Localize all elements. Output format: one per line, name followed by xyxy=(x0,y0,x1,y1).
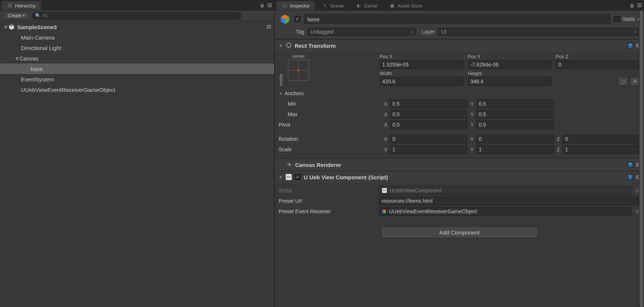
csharp-script-icon: C# xyxy=(382,188,387,193)
panel-menu-icon[interactable] xyxy=(267,3,272,7)
fold-icon[interactable]: ▼ xyxy=(14,55,19,62)
help-icon[interactable]: ? xyxy=(627,174,633,180)
layer-label: Layer xyxy=(422,29,435,35)
static-checkbox[interactable] xyxy=(614,16,620,22)
pos-x-label: Pos X xyxy=(380,54,464,59)
pivot-x-input[interactable] xyxy=(390,120,467,129)
height-input[interactable] xyxy=(468,77,552,86)
anchor-min-x-input[interactable] xyxy=(390,99,467,108)
scene-row[interactable]: ▼ SampleScene3 xyxy=(0,22,274,32)
blueprint-mode-button[interactable]: ▢ xyxy=(618,77,628,86)
component-enabled-checkbox[interactable] xyxy=(295,174,301,180)
scale-z-input[interactable] xyxy=(562,145,640,154)
tab-label: Game xyxy=(364,3,377,9)
anchor-preset-button[interactable] xyxy=(288,60,309,81)
anchor-min-label: Min xyxy=(279,101,368,107)
rect-transform-icon xyxy=(286,42,292,49)
gameobject-icon xyxy=(381,209,387,214)
svg-rect-5 xyxy=(287,43,291,47)
tab-asset-store[interactable]: ▣Asset Store xyxy=(384,1,428,10)
rot-x-input[interactable] xyxy=(390,134,467,143)
component-title: U Ueb View Component (Script) xyxy=(304,174,388,180)
rect-transform-component: ▼ Rect Transform ? middle center xyxy=(275,39,644,158)
help-icon[interactable]: ? xyxy=(627,162,633,168)
create-button[interactable]: Create ▾ xyxy=(4,12,29,19)
hierarchy-item[interactable]: ▼Canvas xyxy=(0,53,274,63)
csharp-script-icon: C# xyxy=(286,174,292,180)
inspector-panel: ⓘInspector#Scene◐Game▣Asset Store Static… xyxy=(275,0,644,307)
hierarchy-search-input[interactable] xyxy=(42,13,238,18)
panel-menu-icon[interactable] xyxy=(637,3,642,7)
create-label: Create xyxy=(8,13,21,18)
inspector-header: Static ▾ Tag Untagged ▾ Layer UI ▾ xyxy=(275,10,644,39)
pos-x-input[interactable] xyxy=(380,60,464,69)
hierarchy-search[interactable]: 🔍 xyxy=(32,12,241,19)
layer-dropdown[interactable]: UI ▾ xyxy=(438,28,640,36)
hierarchy-item-label: base xyxy=(31,66,43,72)
anchor-v-label: middle xyxy=(279,54,283,86)
object-name-input[interactable] xyxy=(304,14,610,24)
chevron-down-icon: ▾ xyxy=(23,13,25,18)
tab-game[interactable]: ◐Game xyxy=(350,1,382,10)
preset-receiver-field[interactable]: UUebViewEventReceiverGameObject xyxy=(379,207,631,216)
rot-z-input[interactable] xyxy=(562,134,640,143)
canvas-renderer-component: Canvas Renderer ? xyxy=(275,158,644,171)
script-label: Script xyxy=(279,187,376,193)
tag-value: Untagged xyxy=(311,29,334,35)
anchor-max-y-input[interactable] xyxy=(476,110,554,119)
scene-name: SampleScene3 xyxy=(17,24,57,30)
scale-x-input[interactable] xyxy=(390,145,467,154)
tab-inspector[interactable]: ⓘInspector xyxy=(276,1,315,10)
inspector-tab-bar: ⓘInspector#Scene◐Game▣Asset Store xyxy=(275,0,644,10)
anchor-max-x-input[interactable] xyxy=(390,110,467,119)
hierarchy-item-label: UUebViewEventReceiverGameObject xyxy=(21,87,115,93)
lock-icon[interactable] xyxy=(259,2,265,8)
rot-y-input[interactable] xyxy=(476,134,554,143)
tab-label: Scene xyxy=(330,3,344,9)
hierarchy-item[interactable]: base xyxy=(0,63,274,74)
hierarchy-item[interactable]: Directional Light xyxy=(0,43,274,53)
hierarchy-item[interactable]: UUebViewEventReceiverGameObject xyxy=(0,84,274,95)
preset-url-label: Preset Url xyxy=(279,198,376,204)
scrollbar-thumb[interactable] xyxy=(640,10,643,307)
fold-icon[interactable]: ▼ xyxy=(3,24,8,30)
tab-label: Asset Store xyxy=(398,3,423,9)
pivot-label: Pivot xyxy=(279,122,368,128)
pivot-y-input[interactable] xyxy=(476,120,554,129)
width-input[interactable] xyxy=(380,77,464,86)
hierarchy-item-label: Directional Light xyxy=(21,45,61,51)
hierarchy-item[interactable]: Main Camera xyxy=(0,32,274,43)
hierarchy-item-label: Canvas xyxy=(19,55,39,62)
hierarchy-tab[interactable]: ☰ Hierarchy xyxy=(1,1,41,10)
script-value: UUebViewComponent xyxy=(390,187,441,193)
anchor-min-y-input[interactable] xyxy=(476,99,554,108)
component-title: Canvas Renderer xyxy=(295,162,341,168)
hierarchy-item[interactable]: EventSystem xyxy=(0,74,274,84)
hierarchy-tree: ▼ SampleScene3 Main CameraDirectional Li… xyxy=(0,21,274,307)
anchors-label: Anchors xyxy=(285,90,304,96)
inspector-scrollbar[interactable] xyxy=(639,10,644,307)
rotation-label: Rotation xyxy=(279,136,368,142)
gameobject-icon[interactable] xyxy=(279,13,291,25)
scene-menu-icon[interactable] xyxy=(267,25,271,29)
fold-icon[interactable]: ▼ xyxy=(279,43,283,48)
fold-icon[interactable]: ▼ xyxy=(279,175,283,179)
preset-url-field[interactable] xyxy=(379,196,640,205)
info-icon: ⓘ xyxy=(282,3,288,9)
hierarchy-toolbar: Create ▾ 🔍 xyxy=(0,10,274,21)
pos-y-input[interactable] xyxy=(468,60,552,69)
scale-y-input[interactable] xyxy=(476,145,554,154)
fold-icon[interactable]: ▼ xyxy=(279,92,282,96)
hierarchy-item-label: Main Camera xyxy=(21,34,55,41)
list-icon: ☰ xyxy=(7,3,13,9)
preset-url-input[interactable] xyxy=(381,198,638,204)
add-component-button[interactable]: Add Component xyxy=(381,226,538,238)
help-icon[interactable]: ? xyxy=(627,43,633,49)
tag-dropdown[interactable]: Untagged ▾ xyxy=(307,28,416,36)
lock-icon[interactable] xyxy=(629,2,635,8)
pos-z-input[interactable] xyxy=(556,60,640,69)
tab-scene[interactable]: #Scene xyxy=(316,1,349,10)
tab-label: Inspector xyxy=(290,3,310,9)
static-label: Static xyxy=(622,16,635,22)
active-checkbox[interactable] xyxy=(294,16,300,22)
